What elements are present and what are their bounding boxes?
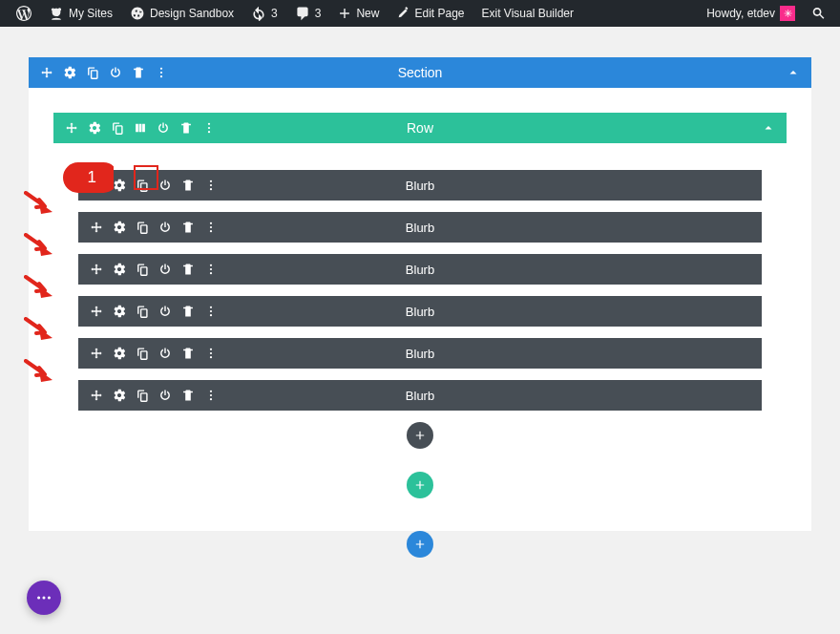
module-bar[interactable]: Blurb [78,170,762,201]
more-icon[interactable] [204,263,218,276]
settings-icon[interactable] [113,221,126,234]
builder-canvas: Section Row [0,27,840,596]
updates-icon [251,6,266,21]
collapse-section-icon[interactable] [787,66,800,79]
duplicate-icon[interactable] [136,305,149,318]
more-icon[interactable] [204,221,218,234]
module-bar[interactable]: Blurb [78,338,762,369]
move-icon[interactable] [90,263,103,276]
duplicate-icon[interactable] [136,179,149,192]
settings-icon[interactable] [113,305,126,318]
section-tools [40,66,168,79]
power-icon[interactable] [158,179,172,192]
move-icon[interactable] [65,121,78,135]
delete-icon[interactable] [181,389,195,402]
columns-icon[interactable] [134,121,147,135]
duplicate-icon[interactable] [111,121,124,135]
comments-link[interactable]: 3 [288,0,328,27]
move-icon[interactable] [90,221,103,234]
multisite-icon [49,6,64,21]
delete-icon[interactable] [132,66,145,79]
svg-point-13 [210,264,212,266]
settings-icon[interactable] [113,347,126,360]
power-icon[interactable] [158,263,172,276]
settings-icon[interactable] [113,389,126,402]
settings-icon[interactable] [113,179,126,192]
more-icon[interactable] [202,121,216,135]
pencil-icon [396,7,410,20]
power-icon[interactable] [158,305,172,318]
svg-point-5 [208,131,210,133]
delete-icon[interactable] [181,179,195,192]
more-icon[interactable] [155,66,168,79]
module-bar[interactable]: Blurb [78,380,762,411]
new-label: New [356,7,379,20]
svg-point-14 [210,268,212,270]
move-icon[interactable] [90,347,103,360]
power-icon[interactable] [158,347,172,360]
user-avatar: ✳ [780,6,795,21]
plus-icon [414,479,426,491]
collapse-row-icon[interactable] [762,121,775,135]
more-icon[interactable] [204,347,218,360]
site-name-link[interactable]: Design Sandbox [123,0,241,27]
more-icon[interactable] [204,389,218,402]
move-icon[interactable] [90,305,103,318]
section-block: Section Row [29,57,811,558]
edit-page-link[interactable]: Edit Page [389,0,471,27]
search-icon [811,6,827,21]
svg-point-19 [210,349,212,350]
wordpress-icon [16,6,32,21]
add-row-button[interactable] [407,472,433,498]
move-icon[interactable] [90,179,103,192]
move-icon[interactable] [90,389,103,402]
svg-marker-28 [39,328,52,340]
settings-icon[interactable] [63,66,76,79]
row-header[interactable]: Row [53,113,787,143]
add-module-button[interactable] [407,422,433,449]
delete-icon[interactable] [181,347,195,360]
duplicate-icon[interactable] [86,66,99,79]
add-section-button[interactable] [407,531,433,558]
delete-icon[interactable] [181,221,195,234]
settings-icon[interactable] [113,263,126,276]
comments-icon [295,6,310,21]
power-icon[interactable] [157,121,170,135]
duplicate-icon[interactable] [136,347,149,360]
my-sites-link[interactable]: My Sites [42,0,119,27]
module-bar[interactable]: Blurb [78,212,762,243]
move-icon[interactable] [40,66,53,79]
howdy-link[interactable]: Howdy, etdev ✳ [700,0,802,27]
search-toggle[interactable] [808,0,830,27]
module-bar[interactable]: Blurb [78,254,762,285]
svg-point-18 [210,314,212,316]
svg-point-1 [160,72,162,74]
updates-link[interactable]: 3 [244,0,284,27]
duplicate-icon[interactable] [136,263,149,276]
delete-icon[interactable] [181,305,195,318]
svg-point-8 [210,184,212,186]
more-icon[interactable] [204,305,218,318]
module-tools [90,263,218,276]
delete-icon[interactable] [181,263,195,276]
more-icon[interactable] [204,179,218,192]
duplicate-icon[interactable] [136,389,149,402]
module-tools [90,389,218,402]
plus-icon [338,7,351,20]
section-header[interactable]: Section [29,57,811,88]
power-icon[interactable] [109,66,122,79]
module-bar[interactable]: Blurb [78,296,762,327]
svg-point-17 [210,310,212,312]
duplicate-icon[interactable] [136,221,149,234]
settings-icon[interactable] [88,121,101,135]
wp-logo[interactable] [10,0,38,27]
module-title: Blurb [406,179,434,193]
exit-vb-link[interactable]: Exit Visual Builder [475,0,581,27]
svg-point-15 [210,272,212,274]
svg-point-0 [160,68,162,70]
new-link[interactable]: New [331,0,386,27]
power-icon[interactable] [158,221,172,234]
power-icon[interactable] [158,389,172,402]
annotation-arrow-icon [24,317,52,340]
delete-icon[interactable] [179,121,193,135]
